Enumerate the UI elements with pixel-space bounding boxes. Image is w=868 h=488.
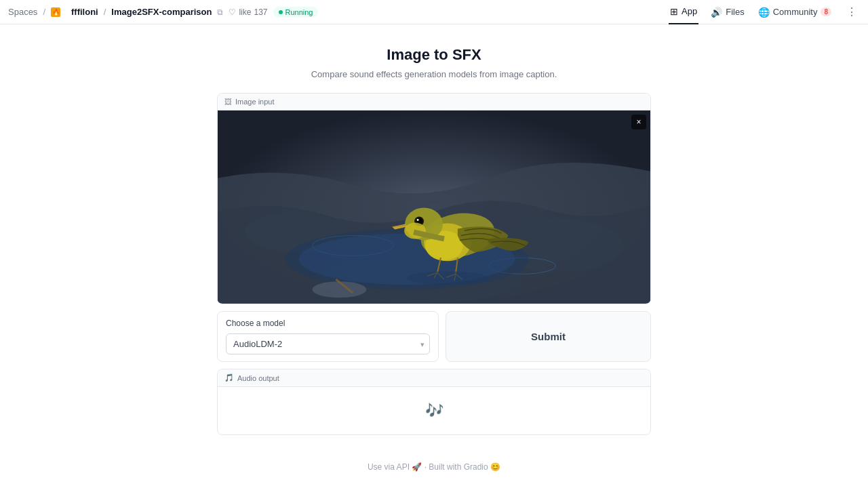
app-container: 🖼 Image input <box>217 93 651 435</box>
audio-content-area: 🎶 <box>218 387 650 434</box>
community-label: Community <box>773 7 818 17</box>
nav-app[interactable]: ⊞ App <box>669 0 698 24</box>
audio-output-panel: 🎵 Audio output 🎶 <box>217 369 651 435</box>
community-badge: 8 <box>821 7 831 16</box>
like-label: like <box>239 7 251 17</box>
image-display: × <box>218 110 650 304</box>
image-label-icon: 🖼 <box>224 98 232 106</box>
repo-icon: 🔥 <box>51 7 60 17</box>
model-submit-row: Choose a model AudioLDM-2 AudioGen Music… <box>217 311 651 362</box>
nav-files[interactable]: 🔊 Files <box>709 0 745 24</box>
image-input-panel: 🖼 Image input <box>217 93 651 304</box>
files-icon: 🔊 <box>711 7 722 18</box>
audio-output-text: Audio output <box>237 374 279 382</box>
running-dot <box>279 10 283 14</box>
close-image-button[interactable]: × <box>631 115 646 129</box>
audio-label-icon: 🎵 <box>224 373 234 382</box>
svg-point-15 <box>417 219 419 221</box>
repo-username[interactable]: fffiloni <box>71 7 98 17</box>
community-icon: 🌐 <box>758 7 770 18</box>
submit-button[interactable]: Submit <box>446 312 650 361</box>
menu-icon[interactable]: ⋮ <box>844 3 860 21</box>
repo-name[interactable]: Image2SFX-comparison <box>111 7 212 17</box>
api-text: Use via API <box>368 462 410 472</box>
audio-placeholder-icon: 🎶 <box>425 402 443 420</box>
audio-output-label: 🎵 Audio output <box>218 369 650 387</box>
status-badge: Running <box>273 7 319 18</box>
footer-sep: · <box>425 462 427 472</box>
svg-point-25 <box>313 281 367 298</box>
api-rocket-icon: 🚀 <box>412 462 422 472</box>
breadcrumb-sep: / <box>43 7 45 17</box>
files-label: Files <box>726 7 744 17</box>
page-subtitle: Compare sound effects generation models … <box>311 69 557 79</box>
like-button[interactable]: ♡ like 137 <box>229 7 267 17</box>
model-select-label: Choose a model <box>226 319 430 328</box>
app-label: App <box>682 6 697 16</box>
submit-panel[interactable]: Submit <box>446 311 651 362</box>
model-select-panel: Choose a model AudioLDM-2 AudioGen Music… <box>217 311 439 362</box>
copy-icon[interactable]: ⧉ <box>217 7 223 17</box>
svg-point-27 <box>407 271 488 285</box>
bird-image-svg <box>218 110 650 303</box>
header: Spaces / 🔥 fffiloni / Image2SFX-comparis… <box>0 0 868 24</box>
status-label: Running <box>285 8 313 16</box>
main-content: Image to SFX Compare sound effects gener… <box>0 24 868 483</box>
nav-community[interactable]: 🌐 Community 8 <box>757 0 833 24</box>
gradio-icon: 😊 <box>490 462 500 472</box>
footer: Use via API 🚀 · Built with Gradio 😊 <box>368 462 500 472</box>
heart-icon: ♡ <box>229 7 236 17</box>
page-title: Image to SFX <box>387 46 481 64</box>
image-input-text: Image input <box>235 98 274 106</box>
app-icon: ⊞ <box>670 6 678 17</box>
built-text: Built with Gradio <box>429 462 488 472</box>
model-select[interactable]: AudioLDM-2 AudioGen MusicGen <box>226 333 430 354</box>
spaces-link[interactable]: Spaces <box>8 7 37 17</box>
image-input-label: 🖼 Image input <box>218 94 650 110</box>
header-nav: ⊞ App 🔊 Files 🌐 Community 8 ⋮ <box>669 0 860 24</box>
like-count: 137 <box>254 7 267 17</box>
model-select-wrapper: AudioLDM-2 AudioGen MusicGen ▾ <box>226 333 430 354</box>
